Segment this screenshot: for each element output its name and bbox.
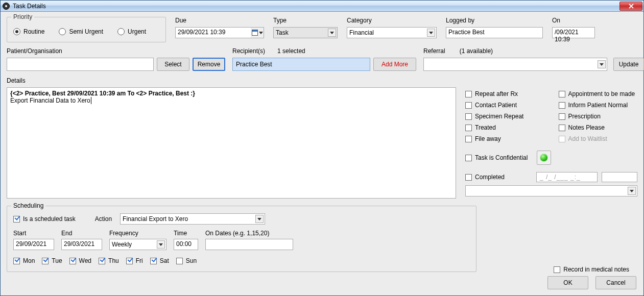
details-header-line: {<2> Practice, Best 29/09/2021 10:39 am …: [10, 90, 452, 97]
completed-time-field[interactable]: [602, 172, 637, 182]
checkbox-icon: [559, 102, 565, 109]
scheduling-group: Scheduling Is a scheduled task Action Fi…: [7, 206, 476, 272]
dow-tue[interactable]: Tue: [42, 257, 62, 264]
flags-panel: Repeat after Rx Appointment to be made C…: [465, 87, 637, 196]
dropdown-button[interactable]: [157, 240, 165, 249]
window-title: Task Details: [12, 3, 619, 10]
update-button[interactable]: Update: [613, 58, 644, 71]
checkbox-icon: [465, 136, 472, 142]
ok-button[interactable]: OK: [547, 276, 588, 289]
action-select[interactable]: Financial Export to Xero: [120, 213, 265, 225]
checkbox-icon: [465, 174, 472, 181]
dropdown-button[interactable]: [328, 29, 336, 37]
referral-select[interactable]: [423, 58, 607, 71]
details-body-line: Export Financial Data to Xero: [10, 97, 90, 104]
add-more-button[interactable]: Add More: [373, 58, 416, 71]
category-select[interactable]: Financial: [347, 27, 437, 38]
radio-icon: [117, 28, 125, 35]
checkbox-checked-icon: [126, 258, 133, 264]
frequency-select[interactable]: Weekly: [109, 239, 166, 250]
is-scheduled-checkbox[interactable]: Is a scheduled task: [13, 215, 76, 223]
chevron-down-icon: [257, 218, 261, 220]
dropdown-button[interactable]: [628, 187, 636, 195]
flag-appointment[interactable]: Appointment to be made: [559, 90, 638, 97]
titlebar: Task Details: [1, 1, 643, 12]
patient-org-field[interactable]: [7, 58, 154, 71]
ondates-field[interactable]: [205, 239, 293, 250]
chevron-down-icon: [330, 32, 334, 34]
dow-sun[interactable]: Sun: [176, 257, 197, 264]
calendar-button[interactable]: [251, 27, 264, 38]
radio-label: Semi Urgent: [69, 28, 103, 35]
flag-file-away[interactable]: File away: [465, 135, 544, 142]
end-field[interactable]: 29/03/2021: [61, 239, 102, 250]
priority-routine[interactable]: Routine: [13, 28, 44, 35]
flag-specimen-repeat[interactable]: Specimen Repeat: [465, 113, 544, 120]
flag-treated[interactable]: Treated: [465, 124, 544, 131]
completed-date-field[interactable]: _ /_ /___ _:_: [536, 172, 598, 182]
priority-urgent[interactable]: Urgent: [117, 28, 146, 35]
type-label: Type: [273, 17, 338, 24]
time-field[interactable]: 00:00: [174, 239, 198, 250]
select-button[interactable]: Select: [157, 58, 189, 71]
dow-wed[interactable]: Wed: [69, 257, 91, 264]
category-value: Financial: [349, 29, 374, 36]
flag-inform-patient-normal[interactable]: Inform Patient Normal: [559, 102, 638, 109]
checkbox-icon: [465, 155, 472, 161]
chevron-down-icon: [429, 32, 433, 34]
on-field[interactable]: /09/2021 10:39: [552, 27, 595, 38]
referral-label: Referral: [423, 47, 445, 55]
dow-sat[interactable]: Sat: [150, 257, 169, 264]
ondates-label: On Dates (e.g. 1,15,20): [205, 230, 293, 237]
checkbox-icon: [465, 102, 472, 109]
type-select[interactable]: Task: [273, 27, 338, 38]
text-cursor: [90, 97, 91, 104]
radio-label: Routine: [23, 28, 44, 35]
dow-mon[interactable]: Mon: [13, 257, 35, 264]
chevron-down-icon: [259, 32, 263, 34]
checkbox-checked-icon: [13, 258, 20, 264]
details-textarea[interactable]: {<2> Practice, Best 29/09/2021 10:39 am …: [7, 87, 456, 199]
flag-completed[interactable]: Completed: [465, 174, 505, 181]
checkbox-icon: [559, 136, 565, 142]
info-indicator-button[interactable]: [537, 151, 551, 165]
frequency-label: Frequency: [109, 230, 166, 237]
due-value[interactable]: 29/09/2021 10:39: [175, 27, 251, 38]
cancel-button[interactable]: Cancel: [595, 276, 636, 289]
checkbox-icon: [559, 113, 565, 120]
recipients-field[interactable]: Practice Best: [232, 58, 370, 71]
patient-org-label: Patient/Organisation: [7, 47, 225, 55]
logged-by-field[interactable]: Practice Best: [446, 27, 543, 38]
dow-thu[interactable]: Thu: [99, 257, 119, 264]
flag-repeat-after-rx[interactable]: Repeat after Rx: [465, 90, 544, 97]
flag-notes-please[interactable]: Notes Please: [559, 124, 638, 131]
priority-semi-urgent[interactable]: Semi Urgent: [59, 28, 103, 35]
record-in-medical-notes[interactable]: Record in medical notes: [554, 266, 629, 273]
checkbox-checked-icon: [13, 216, 20, 223]
flag-confidential[interactable]: Task is Confidential: [465, 154, 528, 161]
dialog-body: Priority Routine Semi Urgent Urgent Due …: [1, 12, 643, 295]
flag-prescription[interactable]: Prescription: [559, 113, 638, 120]
completed-user-select[interactable]: [465, 185, 637, 196]
checkbox-checked-icon: [42, 258, 49, 264]
checkbox-icon: [554, 266, 560, 273]
bulb-icon: [540, 154, 547, 161]
details-label: Details: [7, 77, 637, 84]
start-field[interactable]: 29/09/2021: [13, 239, 54, 250]
end-label: End: [61, 230, 102, 237]
flag-contact-patient[interactable]: Contact Patient: [465, 102, 544, 109]
dropdown-button[interactable]: [255, 215, 264, 223]
days-of-week: Mon Tue Wed Thu Fri Sat Sun: [13, 257, 197, 264]
remove-button[interactable]: Remove: [193, 58, 225, 71]
time-label: Time: [174, 230, 198, 237]
due-label: Due: [175, 17, 264, 24]
dropdown-button[interactable]: [427, 29, 435, 37]
radio-label: Urgent: [128, 28, 146, 35]
checkbox-icon: [465, 91, 472, 97]
logged-by-label: Logged by: [446, 17, 543, 24]
dropdown-button[interactable]: [598, 60, 606, 68]
dow-fri[interactable]: Fri: [126, 257, 143, 264]
type-value: Task: [276, 29, 289, 36]
due-field[interactable]: 29/09/2021 10:39: [175, 27, 264, 38]
close-button[interactable]: [619, 2, 642, 11]
